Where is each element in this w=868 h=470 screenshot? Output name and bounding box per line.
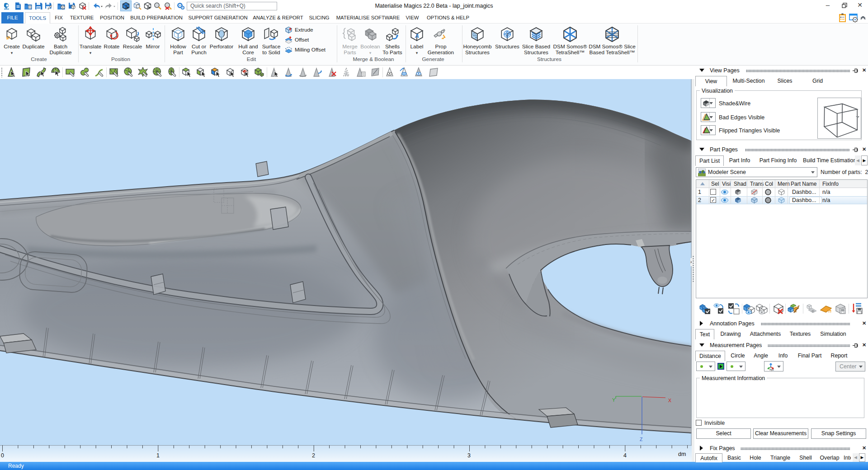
svg-text:0: 0 (1, 452, 4, 459)
svg-text:dm: dm (678, 451, 686, 457)
svg-text:3: 3 (467, 452, 471, 459)
svg-text:Y: Y (612, 397, 615, 403)
svg-text:Z: Z (640, 437, 643, 442)
svg-text:xyz: xyz (769, 368, 774, 371)
svg-text:1: 1 (156, 452, 160, 459)
svg-text:A: A (415, 33, 419, 39)
svg-text:4: 4 (623, 452, 627, 459)
svg-text:2: 2 (312, 452, 315, 459)
svg-text:X: X (668, 398, 671, 403)
